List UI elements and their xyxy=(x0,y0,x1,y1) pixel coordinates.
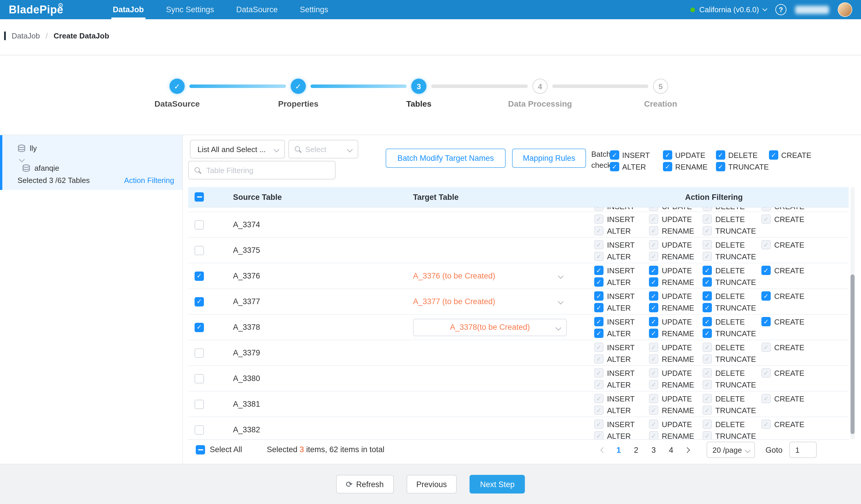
target-table-name[interactable]: A_3376 (to be Created) xyxy=(413,272,495,280)
step-properties[interactable]: ✓Properties xyxy=(240,79,356,108)
table-filter-input[interactable] xyxy=(206,166,329,175)
chevron-down-icon[interactable] xyxy=(19,156,25,162)
select-all-footer-checkbox[interactable] xyxy=(196,445,205,454)
batch-checkbox-delete[interactable] xyxy=(716,150,725,160)
col-header-action: Action Filtering xyxy=(579,193,849,201)
source-database-row[interactable]: lly xyxy=(17,144,37,153)
action-checkbox-update[interactable] xyxy=(649,266,658,275)
action-item-truncate: TRUNCATE xyxy=(702,303,761,312)
database-tree-selected[interactable]: lly afanqie Selected 3 /62 Tables Action… xyxy=(0,135,182,190)
action-checkbox-delete[interactable] xyxy=(702,266,712,275)
action-checkbox-truncate[interactable] xyxy=(702,277,712,287)
step-datasource[interactable]: ✓DataSource xyxy=(119,79,235,108)
nav-item-sync-settings[interactable]: Sync Settings xyxy=(155,0,225,19)
page-size-select[interactable]: 20 /page xyxy=(707,442,755,458)
page-number-3[interactable]: 3 xyxy=(645,446,662,454)
target-table-select[interactable]: A_3378(to be Created) xyxy=(413,318,567,336)
row-checkbox[interactable] xyxy=(194,374,204,383)
action-checkbox-truncate xyxy=(702,380,712,389)
action-item-insert: INSERT xyxy=(594,240,649,249)
selection-count-summary: Selected 3 items, 62 items in total xyxy=(267,445,384,454)
help-button[interactable]: ? xyxy=(775,4,787,15)
action-checkbox-update[interactable] xyxy=(649,291,658,301)
row-checkbox[interactable] xyxy=(194,297,204,306)
bottom-action-bar: ⟳ Refresh Previous Next Step xyxy=(0,464,861,504)
row-checkbox[interactable] xyxy=(194,323,204,332)
batch-checkbox-update[interactable] xyxy=(663,150,672,160)
section-marker xyxy=(4,31,6,40)
action-checkbox-rename xyxy=(649,226,658,235)
batch-checkbox-create[interactable] xyxy=(769,150,778,160)
batch-checkbox-rename[interactable] xyxy=(663,162,672,171)
app-logo[interactable]: BladePipe ⚙ xyxy=(9,3,72,16)
list-mode-select[interactable]: List All and Select ... xyxy=(190,140,285,159)
select-all-checkbox[interactable] xyxy=(194,192,204,202)
region-selector[interactable]: California (v0.6.0) xyxy=(691,5,767,14)
batch-checkbox-alter[interactable] xyxy=(610,162,619,171)
action-checkbox-rename[interactable] xyxy=(649,277,658,287)
row-checkbox[interactable] xyxy=(194,399,204,409)
action-label: CREATE xyxy=(774,420,805,428)
chevron-down-icon[interactable] xyxy=(558,299,564,304)
action-checkbox-insert[interactable] xyxy=(594,317,603,326)
target-table-name[interactable]: A_3377 (to be Created) xyxy=(413,297,495,306)
action-label: UPDATE xyxy=(662,394,692,403)
action-label: RENAME xyxy=(662,432,694,439)
action-checkbox-alter[interactable] xyxy=(594,329,603,338)
action-item-create: CREATE xyxy=(761,317,805,326)
action-checkbox-rename[interactable] xyxy=(649,303,658,312)
target-database-row[interactable]: afanqie xyxy=(22,164,59,173)
row-checkbox[interactable] xyxy=(194,246,204,255)
page-number-2[interactable]: 2 xyxy=(627,446,645,454)
step-creation[interactable]: 5Creation xyxy=(602,79,719,108)
batch-checkbox-truncate[interactable] xyxy=(716,162,725,171)
nav-item-datajob[interactable]: DataJob xyxy=(102,0,155,19)
action-checkbox-delete[interactable] xyxy=(702,291,712,301)
step-data-processing[interactable]: 4Data Processing xyxy=(482,79,598,108)
nav-item-settings[interactable]: Settings xyxy=(289,0,340,19)
prev-page-button[interactable] xyxy=(596,448,610,452)
refresh-button[interactable]: ⟳ Refresh xyxy=(336,475,394,493)
action-checkbox-delete[interactable] xyxy=(702,317,712,326)
batch-checkbox-insert[interactable] xyxy=(610,150,619,160)
action-checkbox-rename xyxy=(649,431,658,439)
row-checkbox[interactable] xyxy=(194,425,204,434)
action-checkbox-truncate[interactable] xyxy=(702,329,712,338)
page-number-4[interactable]: 4 xyxy=(662,446,680,454)
action-checkbox-truncate[interactable] xyxy=(702,303,712,312)
nav-item-datasource[interactable]: DataSource xyxy=(225,0,289,19)
row-checkbox[interactable] xyxy=(194,271,204,281)
action-checkbox-insert[interactable] xyxy=(594,291,603,301)
previous-button[interactable]: Previous xyxy=(406,475,457,493)
action-checkbox-alter[interactable] xyxy=(594,277,603,287)
action-item-rename: RENAME xyxy=(649,406,702,415)
nav-menu: DataJobSync SettingsDataSourceSettings xyxy=(102,0,339,19)
action-checkbox-create[interactable] xyxy=(761,266,771,275)
action-checkbox-insert[interactable] xyxy=(594,266,603,275)
scrollbar-thumb[interactable] xyxy=(850,274,855,434)
next-step-button[interactable]: Next Step xyxy=(469,475,525,493)
action-filtering-link[interactable]: Action Filtering xyxy=(124,176,174,185)
batch-modify-target-names-button[interactable]: Batch Modify Target Names xyxy=(386,149,506,168)
breadcrumb-parent[interactable]: DataJob xyxy=(12,31,40,40)
chevron-down-icon[interactable] xyxy=(558,273,564,279)
action-checkbox-alter[interactable] xyxy=(594,303,603,312)
row-checkbox[interactable] xyxy=(194,348,204,357)
chevron-down-icon xyxy=(556,325,561,330)
action-checkbox-rename[interactable] xyxy=(649,329,658,338)
action-item-update: UPDATE xyxy=(649,343,702,352)
action-checkbox-update[interactable] xyxy=(649,317,658,326)
row-checkbox[interactable] xyxy=(194,220,204,229)
quick-select[interactable]: Select xyxy=(288,140,358,159)
next-page-button[interactable] xyxy=(680,448,694,452)
mapping-rules-button[interactable]: Mapping Rules xyxy=(512,149,586,168)
action-checkbox-create[interactable] xyxy=(761,317,771,326)
page-number-1[interactable]: 1 xyxy=(610,446,627,454)
user-avatar[interactable] xyxy=(838,2,852,17)
batch-action-label: ALTER xyxy=(622,162,646,171)
action-checkbox-create[interactable] xyxy=(761,291,771,301)
step-tables[interactable]: 3Tables xyxy=(360,79,477,108)
action-item-insert: INSERT xyxy=(594,420,649,429)
goto-page-input[interactable] xyxy=(790,442,817,458)
chevron-down-icon xyxy=(274,147,279,152)
